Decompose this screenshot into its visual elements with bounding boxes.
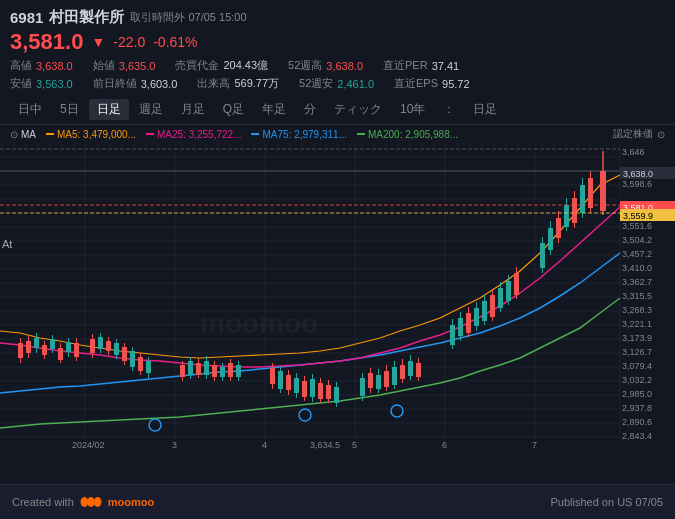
at-label: At <box>2 238 12 250</box>
svg-text:4: 4 <box>262 440 267 450</box>
stats-row-2: 安値 3,563.0 前日終値 3,603.0 出来高 569.77万 52週安… <box>10 76 665 91</box>
nav-separator: ： <box>435 99 463 120</box>
validate-label: 認定株価 ⊙ <box>613 127 665 141</box>
stat-eps: 直近EPS 95.72 <box>394 76 470 91</box>
svg-text:2,890.6: 2,890.6 <box>622 417 652 427</box>
svg-point-185 <box>94 497 102 507</box>
nav-row: 日中 5日 日足 週足 月足 Q足 年足 分 ティック 10年 ： 日足 <box>0 95 675 125</box>
price-change: -22.0 <box>113 34 145 50</box>
svg-text:3,559.9: 3,559.9 <box>623 211 653 221</box>
candlestick-chart: 3,581.0 3,559.9 3,638.0 3,646 3,598.6 3,… <box>0 143 675 453</box>
stats-row: 高値 3,638.0 始値 3,635.0 売買代金 204.43億 52週高 … <box>10 58 665 73</box>
svg-text:3,315.5: 3,315.5 <box>622 291 652 301</box>
svg-text:3,598.6: 3,598.6 <box>622 179 652 189</box>
nav-tick[interactable]: ティック <box>326 99 390 120</box>
svg-text:3: 3 <box>172 440 177 450</box>
stat-low: 安値 3,563.0 <box>10 76 73 91</box>
price-row: 3,581.0 ▼ -22.0 -0.61% <box>10 29 665 55</box>
svg-text:3,504.2: 3,504.2 <box>622 235 652 245</box>
svg-text:3,173.9: 3,173.9 <box>622 333 652 343</box>
svg-text:7: 7 <box>532 440 537 450</box>
stat-week52high: 52週高 3,638.0 <box>288 58 363 73</box>
ma5-legend: MA5: 3,479,000... <box>46 127 136 141</box>
footer: Created with moomoo Published on US 07/0… <box>0 484 675 519</box>
svg-text:3,457.2: 3,457.2 <box>622 249 652 259</box>
stat-prev: 前日終値 3,603.0 <box>93 76 178 91</box>
svg-point-173 <box>149 419 161 431</box>
svg-text:3,410.0: 3,410.0 <box>622 263 652 273</box>
ma25-legend: MA25: 3,255,722... <box>146 127 242 141</box>
svg-text:3,268.3: 3,268.3 <box>622 305 652 315</box>
nav-intraday[interactable]: 日中 <box>10 99 50 120</box>
footer-brand: Created with moomoo <box>12 491 154 513</box>
ma200-legend: MA200: 2,905,988... <box>357 127 458 141</box>
nav-10year[interactable]: 10年 <box>392 99 433 120</box>
nav-monthly[interactable]: 月足 <box>173 99 213 120</box>
current-price: 3,581.0 <box>10 29 83 55</box>
svg-text:3,079.4: 3,079.4 <box>622 361 652 371</box>
svg-text:5: 5 <box>352 440 357 450</box>
nav-5day[interactable]: 5日 <box>52 99 87 120</box>
svg-text:2,843.4: 2,843.4 <box>622 431 652 441</box>
header: 6981 村田製作所 取引時間外 07/05 15:00 3,581.0 ▼ -… <box>0 0 675 143</box>
stock-title: 6981 村田製作所 取引時間外 07/05 15:00 <box>10 8 665 27</box>
nav-daily-2[interactable]: 日足 <box>465 99 505 120</box>
nav-weekly[interactable]: 週足 <box>131 99 171 120</box>
svg-text:3,362.7: 3,362.7 <box>622 277 652 287</box>
status-badge: 取引時間外 07/05 15:00 <box>130 10 246 25</box>
price-arrow: ▼ <box>91 34 105 50</box>
nav-minute[interactable]: 分 <box>296 99 324 120</box>
price-change-pct: -0.61% <box>153 34 197 50</box>
nav-yearly[interactable]: 年足 <box>254 99 294 120</box>
svg-text:3,638.0: 3,638.0 <box>623 169 653 179</box>
svg-point-174 <box>299 409 311 421</box>
published-text: Published on US 07/05 <box>550 496 663 508</box>
svg-text:2024/02: 2024/02 <box>72 440 105 450</box>
svg-point-183 <box>80 497 88 507</box>
svg-point-184 <box>87 497 95 507</box>
stock-name: 村田製作所 <box>49 8 124 27</box>
stat-per: 直近PER 37.41 <box>383 58 459 73</box>
ma-legend: ⊙ MA MA5: 3,479,000... MA25: 3,255,722..… <box>0 125 675 143</box>
chart-area[interactable]: 3,581.0 3,559.9 3,638.0 3,646 3,598.6 3,… <box>0 143 675 453</box>
ma75-legend: MA75: 2,979,311... <box>251 127 347 141</box>
svg-text:6: 6 <box>442 440 447 450</box>
stat-high: 高値 3,638.0 <box>10 58 73 73</box>
stat-week52low: 52週安 2,461.0 <box>299 76 374 91</box>
svg-text:3,126.7: 3,126.7 <box>622 347 652 357</box>
created-with-text: Created with <box>12 496 74 508</box>
svg-text:moomoo: moomoo <box>200 308 318 339</box>
moomoo-logo-text: moomoo <box>108 496 154 508</box>
svg-text:3,221.1: 3,221.1 <box>622 319 652 329</box>
stat-sell: 売買代金 204.43億 <box>175 58 268 73</box>
svg-text:2,985.0: 2,985.0 <box>622 389 652 399</box>
svg-text:3,634.5: 3,634.5 <box>310 440 340 450</box>
moomoo-logo-icon <box>80 491 102 513</box>
stock-code: 6981 <box>10 9 43 26</box>
svg-text:3,551.6: 3,551.6 <box>622 221 652 231</box>
svg-text:3,032.2: 3,032.2 <box>622 375 652 385</box>
svg-point-175 <box>391 405 403 417</box>
nav-daily[interactable]: 日足 <box>89 99 129 120</box>
svg-text:3,646: 3,646 <box>622 147 645 157</box>
nav-quarterly[interactable]: Q足 <box>215 99 252 120</box>
stat-vol: 出来高 569.77万 <box>197 76 279 91</box>
svg-text:2,937.8: 2,937.8 <box>622 403 652 413</box>
stat-open: 始値 3,635.0 <box>93 58 156 73</box>
ma-indicator: ⊙ MA <box>10 127 36 141</box>
